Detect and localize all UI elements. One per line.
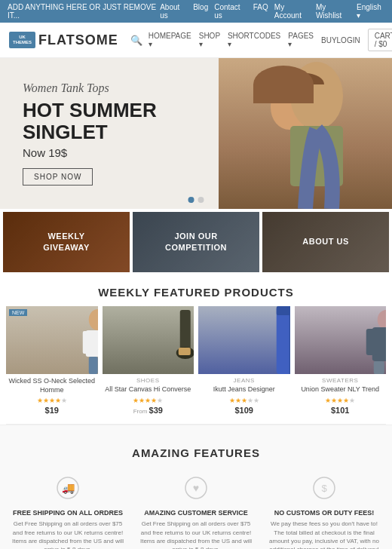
product-img-3 [198, 306, 290, 374]
about-us-link[interactable]: About us [160, 3, 187, 20]
hero-dots [188, 197, 204, 203]
login-link[interactable]: LOGIN [337, 36, 360, 44]
hero-banner: Women Tank Tops HOT SUMMER SINGLET Now 1… [0, 58, 392, 209]
feature-1-desc: Get Free Shipping on all orders over $75… [9, 520, 127, 549]
product-name-1: Wicked SS O-Neck Selected Homme [6, 377, 98, 394]
faq-link[interactable]: FAQ [253, 3, 268, 20]
svg-point-20 [378, 310, 386, 330]
hero-dot-2[interactable] [198, 197, 204, 203]
hero-price: Now 19$ [23, 146, 157, 159]
hero-person [219, 58, 392, 209]
features-section: AMAZING FEATURES 🚚 FREE SHIPPING ON ALL … [0, 425, 392, 549]
shop-now-button[interactable]: SHOP NOW [23, 168, 93, 186]
top-bar-links: About us Blog Contact us FAQ My Account … [160, 3, 384, 20]
logo-name: FLATSOME [38, 32, 118, 48]
svg-rect-24 [374, 361, 384, 374]
svg-rect-11 [180, 310, 191, 351]
announcement: ADD ANYTHING HERE OR JUST REMOVE IT... [8, 3, 160, 20]
product-img-4 [295, 306, 387, 374]
svg-point-5 [89, 309, 98, 330]
product-stars-3: ★★★★★ [198, 397, 290, 404]
product-name-3: Ikutt Jeans Designer [198, 385, 290, 394]
product-category-4: SWEATERS [295, 377, 387, 384]
product-price-2: From $39 [103, 406, 194, 415]
svg-rect-4 [313, 84, 324, 100]
contact-link[interactable]: Contact us [214, 3, 247, 20]
product-category-3: JEANS [198, 377, 290, 384]
product-img-2 [103, 306, 194, 374]
features-grid: 🚚 FREE SHIPPING ON ALL ORDRES Get Free S… [6, 473, 386, 549]
product-card-4[interactable]: SWEATERS Union Sweater NLY Trend ★★★★★ $… [295, 306, 387, 415]
nav-shop[interactable]: SHOP ▾ [199, 32, 220, 48]
featured-products-section: WEEKLY FEATURED PRODUCTS NEW Wicked SS O… [0, 275, 392, 424]
svg-rect-19 [277, 306, 290, 315]
feature-1-title: FREE SHIPPING ON ALL ORDRES [9, 509, 127, 517]
product-card-3[interactable]: JEANS Ikutt Jeans Designer ★★★★★ $109 [198, 306, 290, 415]
featured-title: WEEKLY FEATURED PRODUCTS [0, 275, 392, 306]
svg-rect-15 [179, 348, 191, 355]
tile-3-label: ABOUT US [302, 236, 348, 247]
tile-competition[interactable]: JOIN OUR COMPETITION [133, 212, 259, 272]
product-badge-1: NEW [9, 309, 27, 316]
hero-title: HOT SUMMER SINGLET [23, 100, 157, 143]
tile-1-label: WEEKLY GIVEAWAY [43, 231, 90, 254]
nav-pages[interactable]: PAGES ▾ [288, 32, 314, 48]
hero-image [219, 58, 392, 209]
product-name-2: All Star Canvas Hi Converse [103, 385, 194, 394]
service-icon: ♥ [137, 476, 255, 505]
account-link[interactable]: My Account [274, 3, 310, 20]
products-grid: NEW Wicked SS O-Neck Selected Homme ★★★★… [0, 306, 392, 424]
hero-dot-1[interactable] [188, 197, 194, 203]
nav-homepage[interactable]: HOMEPAGE ▾ [149, 32, 191, 48]
feature-2-desc: Get Free Shipping on all orders over $75… [137, 520, 255, 549]
cart-button[interactable]: CART / $0 0 [368, 29, 392, 51]
product-name-4: Union Sweater NLY Trend [295, 385, 387, 394]
svg-text:♥: ♥ [193, 482, 199, 494]
header: UK THEMES FLATSOME 🔍 HOMEPAGE ▾ SHOP ▾ S… [0, 23, 392, 58]
product-stars-4: ★★★★★ [295, 397, 387, 404]
svg-text:🚚: 🚚 [62, 482, 75, 495]
product-img-1: NEW [6, 306, 98, 374]
logo-badge: UK THEMES [9, 32, 35, 48]
svg-rect-17 [277, 306, 290, 374]
product-price-3: $109 [198, 406, 290, 415]
svg-rect-7 [83, 331, 92, 354]
product-category-2: SHOES [103, 377, 194, 384]
feature-service: ♥ AMAZING CUSTOMER SERVICE Get Free Ship… [134, 473, 258, 549]
hero-subtitle: Women Tank Tops [23, 81, 157, 95]
product-price-4: $101 [295, 406, 387, 415]
product-card-1[interactable]: NEW Wicked SS O-Neck Selected Homme ★★★★… [6, 306, 98, 415]
svg-rect-3 [294, 84, 305, 100]
features-title: AMAZING FEATURES [6, 436, 386, 467]
search-icon[interactable]: 🔍 [130, 35, 142, 46]
svg-text:$: $ [321, 483, 327, 494]
product-stars-2: ★★★★★ [103, 397, 194, 404]
main-nav: HOMEPAGE ▾ SHOP ▾ SHORTCODES ▾ PAGES ▾ B… [149, 32, 337, 48]
hero-content: Women Tank Tops HOT SUMMER SINGLET Now 1… [0, 66, 179, 200]
product-price-1: $19 [6, 406, 98, 415]
blog-link[interactable]: Blog [193, 3, 208, 20]
product-stars-1: ★★★★★ [6, 397, 98, 404]
cart-label: CART / $0 [375, 32, 392, 48]
nav-shortcodes[interactable]: SHORTCODES ▾ [228, 32, 280, 48]
product-card-2[interactable]: SHOES All Star Canvas Hi Converse ★★★★★ … [103, 306, 194, 415]
feature-2-title: AMAZING CUSTOMER SERVICE [137, 509, 255, 517]
feature-3-desc: We pay these fees so you don't have to! … [265, 520, 383, 549]
header-right: LOGIN CART / $0 0 [337, 29, 392, 51]
wishlist-link[interactable]: My Wishlist [316, 3, 351, 20]
svg-rect-9 [89, 357, 98, 374]
svg-rect-22 [366, 329, 377, 355]
feature-3-title: NO CUSTOMS OR DUTY FEES! [265, 509, 383, 517]
shipping-icon: 🚚 [9, 476, 127, 505]
svg-point-14 [193, 347, 194, 359]
logo[interactable]: UK THEMES FLATSOME [9, 32, 118, 48]
tile-giveaway[interactable]: WEEKLY GIVEAWAY [3, 212, 130, 272]
duties-icon: $ [265, 476, 383, 505]
tile-about[interactable]: ABOUT US [262, 212, 389, 272]
feature-duties: $ NO CUSTOMS OR DUTY FEES! We pay these … [262, 473, 386, 549]
top-bar: ADD ANYTHING HERE OR JUST REMOVE IT... A… [0, 0, 392, 23]
feature-shipping: 🚚 FREE SHIPPING ON ALL ORDRES Get Free S… [6, 473, 130, 549]
nav-buy[interactable]: BUY [321, 36, 337, 44]
language-link[interactable]: English ▾ [357, 3, 384, 20]
feature-tiles: WEEKLY GIVEAWAY JOIN OUR COMPETITION ABO… [0, 209, 392, 275]
